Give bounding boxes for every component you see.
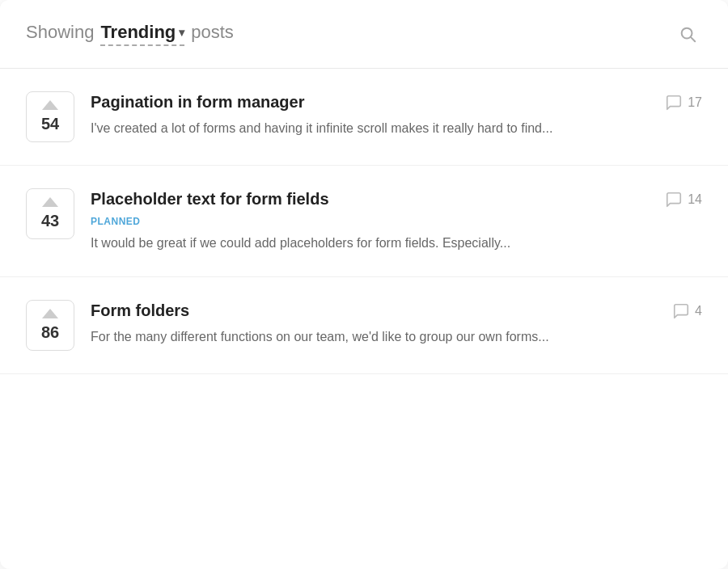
- comment-count: 17: [688, 95, 702, 110]
- header: Showing Trending ▾ posts: [0, 0, 728, 69]
- post-comments: 17: [665, 94, 702, 112]
- post-excerpt: I've created a lot of forms and having i…: [91, 119, 702, 139]
- comment-icon: [665, 191, 683, 209]
- trending-label: Trending: [100, 22, 176, 43]
- post-header: Placeholder text for form fields 14: [91, 188, 702, 209]
- post-list: 54 Pagination in form manager 17 I've cr…: [0, 69, 728, 374]
- post-item: 86 Form folders 4 For the many different…: [0, 277, 728, 374]
- post-item: 43 Placeholder text for form fields 14 P…: [0, 166, 728, 277]
- vote-box: 43: [26, 188, 74, 239]
- post-header: Pagination in form manager 17: [91, 91, 702, 112]
- showing-label: Showing: [26, 22, 94, 43]
- chevron-down-icon: ▾: [179, 26, 184, 39]
- vote-box: 54: [26, 91, 74, 142]
- vote-count: 86: [41, 323, 59, 342]
- post-excerpt: It would be great if we could add placeh…: [91, 234, 702, 254]
- svg-line-1: [691, 37, 695, 41]
- post-item: 54 Pagination in form manager 17 I've cr…: [0, 69, 728, 166]
- post-title[interactable]: Form folders: [91, 300, 189, 321]
- comment-count: 4: [695, 304, 702, 318]
- app-container: Showing Trending ▾ posts 54 Pagination: [0, 0, 728, 569]
- post-excerpt: For the many different functions on our …: [91, 327, 702, 348]
- header-text: Showing Trending ▾ posts: [26, 22, 673, 46]
- post-comments: 14: [665, 191, 702, 209]
- trending-dropdown[interactable]: Trending ▾: [100, 22, 184, 46]
- search-button[interactable]: [673, 19, 702, 48]
- vote-count: 43: [41, 212, 59, 230]
- comment-count: 14: [688, 192, 702, 207]
- upvote-button[interactable]: [42, 309, 58, 318]
- vote-count: 54: [41, 115, 59, 133]
- post-content: Pagination in form manager 17 I've creat…: [91, 91, 702, 139]
- post-title[interactable]: Pagination in form manager: [91, 91, 304, 112]
- comment-icon: [672, 302, 690, 320]
- posts-label: posts: [191, 22, 234, 43]
- search-icon: [679, 25, 696, 43]
- post-content: Placeholder text for form fields 14 PLAN…: [91, 188, 702, 254]
- upvote-button[interactable]: [42, 197, 58, 207]
- comment-icon: [665, 94, 683, 112]
- post-title[interactable]: Placeholder text for form fields: [91, 188, 329, 209]
- upvote-button[interactable]: [42, 100, 58, 110]
- vote-box: 86: [26, 300, 74, 351]
- post-comments: 4: [672, 302, 702, 320]
- post-content: Form folders 4 For the many different fu…: [91, 300, 702, 348]
- post-status-badge: PLANNED: [91, 216, 702, 227]
- post-header: Form folders 4: [91, 300, 702, 321]
